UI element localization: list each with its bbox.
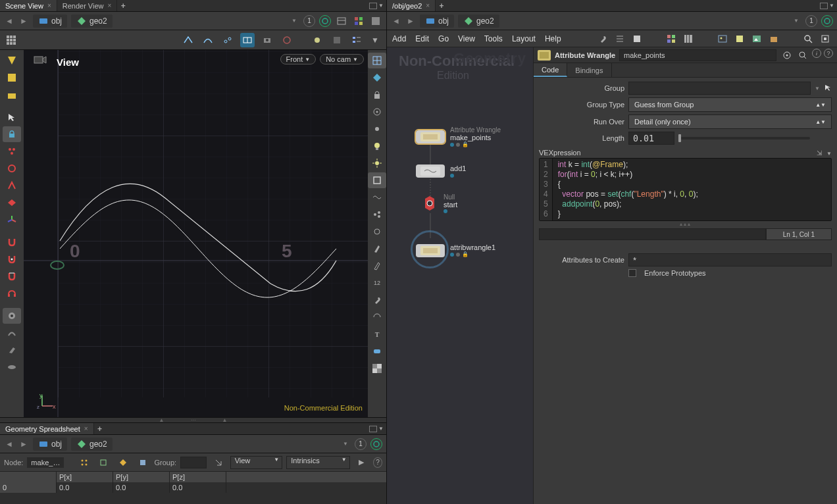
close-icon[interactable]: ×	[84, 425, 88, 432]
list-icon[interactable]	[613, 32, 626, 45]
path-node[interactable]: geo2	[458, 14, 499, 28]
maximize-icon[interactable]	[369, 426, 377, 432]
length-field[interactable]	[628, 132, 674, 145]
help-icon[interactable]: ?	[824, 49, 833, 58]
r-checker-icon[interactable]	[368, 361, 386, 376]
menu-view[interactable]: View	[458, 34, 475, 43]
brush-tool-icon[interactable]	[3, 342, 21, 358]
r-sun-icon[interactable]	[368, 155, 386, 171]
tab-geo-spreadsheet[interactable]: Geometry Spreadsheet ×	[0, 423, 94, 434]
r-partial-icon[interactable]	[368, 309, 386, 325]
viewport-3d[interactable]: View Front▼ No cam▼ 0 5 y x z	[24, 50, 368, 417]
r-lock-icon[interactable]	[368, 87, 386, 103]
pin-badge[interactable]: 1	[303, 15, 315, 27]
snap-point-icon[interactable]	[181, 33, 195, 47]
magnet-3-icon[interactable]	[3, 268, 21, 284]
lighting-icon[interactable]	[310, 33, 324, 47]
r-box-icon[interactable]	[368, 172, 386, 188]
shade-wire-icon[interactable]	[368, 53, 386, 68]
path-dropdown-icon[interactable]: ▼	[292, 18, 297, 24]
path-root[interactable]: obj	[33, 14, 67, 28]
col-px[interactable]: P[x]	[57, 472, 113, 482]
note-icon[interactable]	[733, 32, 746, 45]
shade-flat-icon[interactable]	[368, 70, 386, 86]
parm-tab-bindings[interactable]: Bindings	[567, 63, 611, 77]
menu-edit[interactable]: Edit	[415, 34, 429, 43]
r-eraser-icon[interactable]	[368, 343, 386, 359]
vex-expand-icon[interactable]: ⇲	[817, 149, 822, 157]
help-icon[interactable]: ?	[373, 457, 382, 468]
display-options-icon[interactable]	[335, 14, 348, 28]
shelf-opt-icon[interactable]	[349, 33, 364, 47]
snap-multi-icon[interactable]	[220, 33, 235, 47]
view-layout-icon[interactable]	[4, 33, 18, 47]
path-root[interactable]: obj	[420, 14, 454, 28]
node-start[interactable]: Null start	[421, 193, 457, 213]
arc-tool-icon[interactable]	[3, 325, 21, 341]
pane-menu-icon[interactable]: ▼	[378, 426, 384, 432]
table-row[interactable]: 0 0.0 0.0 0.0	[0, 482, 386, 493]
menu-layout[interactable]: Layout	[512, 34, 536, 43]
path-root[interactable]: obj	[33, 438, 67, 451]
close-icon[interactable]: ×	[47, 2, 51, 9]
r-target-icon[interactable]	[368, 104, 386, 120]
lock-tool-icon[interactable]	[3, 126, 21, 142]
node-attribwrangle1[interactable]: attribwrangle1 🔒	[416, 243, 495, 258]
close-icon[interactable]: ×	[426, 2, 430, 9]
add-tab-button[interactable]: +	[117, 1, 129, 11]
link-gear-icon[interactable]	[821, 15, 833, 27]
length-slider[interactable]	[678, 137, 810, 139]
tab-render-view[interactable]: Render View ×	[57, 0, 118, 11]
attrs-create-field[interactable]	[628, 253, 832, 266]
menu-add[interactable]: Add	[392, 34, 406, 43]
play-filter-icon[interactable]: ▶	[354, 455, 370, 470]
r-12-icon[interactable]: 12	[368, 275, 386, 291]
group-dd-icon[interactable]: ▼	[815, 86, 820, 91]
maximize-icon[interactable]	[369, 3, 377, 9]
vex-menu-icon[interactable]: ▼	[826, 151, 832, 157]
ss-prims-icon[interactable]	[115, 455, 131, 470]
r-text-icon[interactable]: T	[368, 326, 386, 342]
fit-icon[interactable]	[819, 32, 832, 45]
prim-sel-icon[interactable]	[3, 195, 21, 211]
group-field[interactable]	[180, 457, 207, 468]
network-canvas[interactable]: Non-Commercial Edition Geometry Attribut…	[387, 47, 533, 504]
image-icon[interactable]	[716, 32, 729, 45]
r-circle-icon[interactable]	[368, 224, 386, 239]
camera-lock-icon[interactable]	[260, 33, 274, 47]
group-picker-icon[interactable]	[211, 455, 226, 470]
r-edit-icon[interactable]	[368, 258, 386, 274]
search-icon[interactable]	[801, 32, 815, 45]
nav-back-icon[interactable]: ◄	[4, 16, 14, 26]
r-dot-icon[interactable]	[368, 121, 386, 137]
picture-icon[interactable]	[750, 32, 763, 45]
point-sel-icon[interactable]	[3, 143, 21, 159]
path-dropdown-icon[interactable]: ▼	[794, 18, 799, 24]
r-bulb-icon[interactable]	[368, 138, 386, 154]
arrow-tool-icon[interactable]	[3, 109, 21, 125]
enforce-checkbox[interactable]	[628, 269, 636, 277]
menu-tools[interactable]: Tools	[484, 34, 503, 43]
path-node[interactable]: geo2	[71, 438, 113, 451]
tab-network[interactable]: /obj/geo2 ×	[387, 0, 436, 11]
add-tab-button[interactable]: +	[94, 424, 106, 434]
circle-off-icon[interactable]	[280, 33, 294, 47]
magnet-2-icon[interactable]	[3, 251, 21, 267]
ss-verts-icon[interactable]	[96, 455, 112, 470]
view-tool-icon[interactable]	[3, 53, 21, 68]
add-tab-button[interactable]: +	[436, 1, 447, 11]
pane-menu-icon[interactable]: ▼	[378, 3, 384, 9]
r-wrench-icon[interactable]	[368, 292, 386, 308]
material-icon[interactable]	[330, 33, 344, 47]
menu-help[interactable]: Help	[545, 34, 561, 43]
resize-handle-icon[interactable]: ▴▴▴	[539, 221, 832, 227]
col-pz[interactable]: P[z]	[170, 472, 226, 482]
r-share-icon[interactable]	[368, 207, 386, 222]
gear-icon[interactable]	[780, 49, 794, 62]
r-wave-icon[interactable]	[368, 189, 386, 205]
col-index[interactable]	[0, 472, 57, 482]
uv-sel-icon[interactable]	[3, 161, 21, 176]
view-cam-dropdown[interactable]: No cam▼	[320, 54, 364, 64]
node-add1[interactable]: add1	[416, 164, 466, 178]
pin-badge[interactable]: 1	[355, 438, 367, 450]
